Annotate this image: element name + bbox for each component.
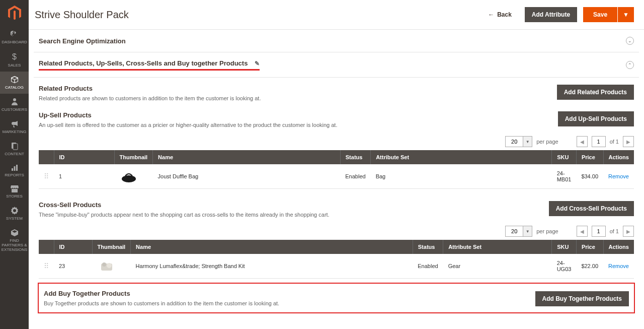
section-title: Related Products, Up-Sells, Cross-Sells …	[39, 59, 248, 67]
crosssell-pagination: ▼ per page ◀ of 1 ▶	[34, 221, 639, 240]
add-related-products-button[interactable]: Add Related Products	[557, 85, 634, 100]
crosssell-heading: Cross-Sell Products	[39, 201, 539, 209]
magento-logo[interactable]	[7, 5, 23, 21]
buytogether-desc: Buy Together products are shown to custo…	[44, 300, 525, 306]
svg-point-7	[122, 175, 136, 182]
page-title: Strive Shoulder Pack	[35, 9, 475, 21]
svg-point-10	[107, 263, 112, 268]
pages-icon	[11, 142, 18, 150]
col-thumbnail: Thumbnail	[114, 150, 153, 164]
nav-catalog[interactable]: CATALOG	[0, 72, 29, 94]
col-id: ID	[54, 150, 114, 164]
product-thumbnail	[119, 169, 138, 183]
col-sku: SKU	[552, 240, 577, 254]
buy-together-section: Add Buy Together Products Buy Together p…	[38, 283, 635, 313]
nav-sales[interactable]: $SALES	[0, 48, 29, 72]
svg-rect-4	[14, 166, 15, 171]
nav-system[interactable]: SYSTEM	[0, 203, 29, 225]
megaphone-icon	[11, 120, 19, 128]
drag-handle-icon[interactable]: ⠿	[44, 172, 49, 180]
table-row: ⠿ 1 Joust Duffle Bag Enabled Bag 24-MB01…	[39, 164, 634, 189]
person-icon	[11, 98, 18, 106]
buytogether-heading: Add Buy Together Products	[44, 290, 525, 297]
store-icon	[11, 185, 19, 192]
nav-reports[interactable]: REPORTS	[0, 160, 29, 181]
gauge-icon	[11, 30, 19, 38]
svg-point-0	[13, 98, 16, 101]
related-products-heading: Related Products	[39, 85, 547, 92]
col-id: ID	[54, 240, 92, 254]
partners-icon	[11, 229, 19, 237]
add-buytogether-button[interactable]: Add Buy Together Products	[535, 291, 629, 306]
box-icon	[11, 76, 19, 84]
section-related[interactable]: Related Products, Up-Sells, Cross-Sells …	[34, 52, 639, 78]
related-products-desc: Related products are shown to customers …	[39, 95, 547, 101]
nav-marketing[interactable]: MARKETING	[0, 116, 29, 138]
next-page-button[interactable]: ▶	[623, 226, 634, 237]
svg-rect-5	[16, 165, 18, 171]
per-page-input[interactable]	[506, 137, 523, 147]
col-attrset: Attribute Set	[443, 240, 552, 254]
svg-point-6	[14, 210, 16, 212]
per-page-dropdown[interactable]: ▼	[523, 226, 532, 236]
col-name: Name	[131, 240, 413, 254]
col-price: Price	[576, 150, 603, 164]
next-page-button[interactable]: ▶	[623, 136, 634, 147]
nav-stores[interactable]: STORES	[0, 181, 29, 203]
col-sku: SKU	[552, 150, 577, 164]
svg-rect-2	[13, 144, 18, 150]
main-content: Strive Shoulder Pack ←Back Add Attribute…	[29, 0, 644, 329]
upsell-heading: Up-Sell Products	[39, 111, 548, 119]
upsell-pagination: ▼ per page ◀ of 1 ▶	[34, 131, 639, 150]
arrow-left-icon: ←	[488, 11, 494, 18]
col-status: Status	[413, 240, 443, 254]
prev-page-button[interactable]: ◀	[577, 226, 588, 237]
add-upsell-button[interactable]: Add Up-Sell Products	[558, 111, 634, 126]
col-attrset: Attribute Set	[371, 150, 552, 164]
caret-down-icon: ▼	[623, 11, 629, 18]
section-title: Search Engine Optimization	[39, 37, 626, 45]
back-button[interactable]: ←Back	[481, 7, 519, 22]
col-thumbnail: Thumbnail	[92, 240, 131, 254]
gear-icon	[11, 207, 19, 215]
nav-partners[interactable]: FIND PARTNERS & EXTENSIONS	[0, 225, 29, 256]
save-button[interactable]: Save	[583, 7, 617, 22]
admin-sidebar: DASHBOARD $SALES CATALOG CUSTOMERS MARKE…	[0, 0, 29, 329]
add-crosssell-button[interactable]: Add Cross-Sell Products	[549, 201, 634, 216]
crosssell-table: ID Thumbnail Name Status Attribute Set S…	[39, 240, 634, 279]
add-attribute-button[interactable]: Add Attribute	[525, 7, 577, 22]
bars-icon	[11, 164, 18, 171]
drag-handle-icon[interactable]: ⠿	[44, 262, 49, 270]
table-row: ⠿ 23 Harmony Lumaflex&trade; Strength Ba…	[39, 254, 634, 279]
svg-rect-3	[12, 168, 13, 171]
pencil-icon[interactable]: ✎	[255, 60, 260, 67]
per-page-dropdown[interactable]: ▼	[523, 137, 532, 147]
upsell-table: ID Thumbnail Name Status Attribute Set S…	[39, 150, 634, 189]
crosssell-desc: These "impulse-buy" products appear next…	[39, 212, 539, 218]
col-actions: Actions	[603, 150, 634, 164]
save-dropdown-button[interactable]: ▼	[618, 7, 634, 22]
col-status: Status	[340, 150, 370, 164]
chevron-up-icon: ⌃	[626, 61, 634, 69]
col-actions: Actions	[603, 240, 634, 254]
chevron-down-icon: ⌄	[626, 37, 634, 45]
per-page-input[interactable]	[506, 226, 523, 236]
page-input[interactable]	[592, 136, 606, 147]
remove-link[interactable]: Remove	[608, 173, 629, 179]
remove-link[interactable]: Remove	[608, 263, 629, 269]
upsell-desc: An up-sell item is offered to the custom…	[39, 122, 548, 128]
prev-page-button[interactable]: ◀	[577, 136, 588, 147]
section-seo[interactable]: Search Engine Optimization ⌄	[34, 30, 639, 52]
svg-point-9	[102, 262, 106, 267]
nav-customers[interactable]: CUSTOMERS	[0, 94, 29, 116]
product-thumbnail	[97, 259, 116, 273]
topbar: Strive Shoulder Pack ←Back Add Attribute…	[29, 0, 644, 30]
nav-content[interactable]: CONTENT	[0, 138, 29, 160]
col-price: Price	[576, 240, 603, 254]
col-name: Name	[153, 150, 341, 164]
nav-dashboard[interactable]: DASHBOARD	[0, 26, 29, 48]
page-input[interactable]	[592, 226, 606, 237]
dollar-icon: $	[12, 52, 17, 61]
